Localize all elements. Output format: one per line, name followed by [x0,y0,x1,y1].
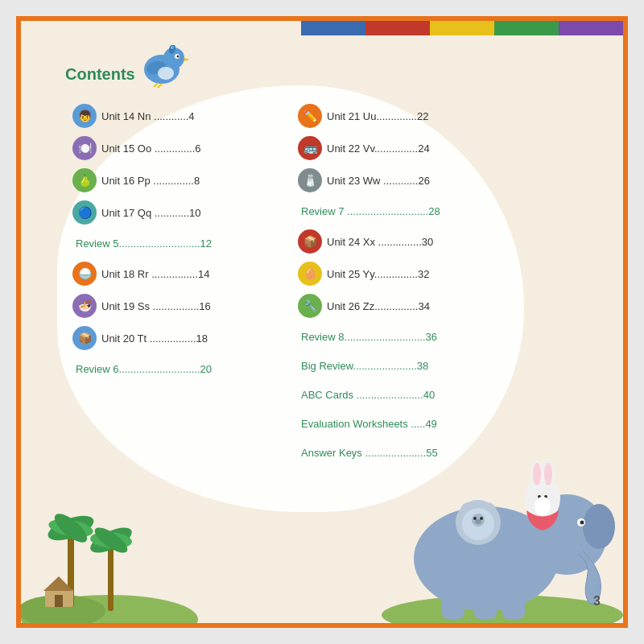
contents-label: Contents [65,65,135,84]
review-label-left-4: Review 5............................12 [76,237,212,250]
page-content: Contents 👦Unit 14 Nn ............4🍽️Unit… [21,21,623,623]
svg-point-40 [475,519,481,524]
left-column: 👦Unit 14 Nn ............4🍽️Unit 15 Oo ..… [69,101,295,465]
svg-point-3 [177,56,180,58]
right-entry-0: ✏️Unit 21 Uu..............22 [295,101,520,130]
unit-label-left-6: Unit 19 Ss ................16 [101,300,211,312]
unit-icon-right-1: 🚌 [298,136,322,160]
left-entry-0: 👦Unit 14 Nn ............4 [69,101,295,130]
unit-icon-left-6: 🍜 [72,294,97,318]
left-entry-1: 🍽️Unit 15 Oo ..............6 [69,134,295,163]
review-label-right-7: Review 8............................36 [301,331,437,343]
svg-rect-32 [502,595,525,619]
unit-label-right-6: Unit 26 Zz...............34 [327,300,430,312]
left-entry-8: Review 6............................20 [69,356,295,382]
bird-icon [134,45,190,89]
svg-point-27 [583,504,615,549]
svg-point-29 [580,521,584,525]
left-entry-3: 🔵Unit 17 Qq ............10 [69,198,295,227]
svg-rect-31 [474,595,497,619]
svg-point-10 [171,46,174,49]
unit-label-right-4: Unit 24 Xx ...............30 [327,236,433,248]
svg-point-38 [473,517,477,520]
left-entry-6: 🍜Unit 19 Ss ................16 [69,291,295,320]
animals-area [382,382,623,623]
unit-label-left-1: Unit 15 Oo ..............6 [101,142,201,155]
left-entry-5: 🍚Unit 18 Rr ................14 [69,259,295,288]
unit-label-right-1: Unit 22 Vv...............24 [327,142,430,155]
review-label-right-3: Review 7 ............................28 [301,205,440,217]
unit-icon-left-2: 🍐 [72,168,97,192]
right-entry-4: 📦Unit 24 Xx ...............30 [295,227,520,256]
right-entry-3: Review 7 ............................28 [295,198,520,224]
page-container: Contents 👦Unit 14 Nn ............4🍽️Unit… [16,16,628,628]
left-entry-2: 🍐Unit 16 Pp ..............8 [69,166,295,195]
unit-icon-left-5: 🍚 [72,262,97,286]
svg-marker-4 [184,58,190,61]
review-label-left-8: Review 6............................20 [76,363,212,375]
unit-icon-left-1: 🍽️ [72,136,97,160]
unit-icon-right-2: 🧂 [298,168,322,192]
unit-label-left-5: Unit 18 Rr ................14 [101,268,209,280]
unit-label-left-7: Unit 20 Tt ................18 [101,332,208,345]
svg-line-8 [158,84,162,88]
unit-icon-right-5: 🥚 [298,262,322,286]
unit-icon-left-3: 🔵 [72,200,97,225]
unit-label-right-2: Unit 23 Ww ............26 [327,175,430,187]
svg-rect-30 [442,595,464,619]
unit-label-left-0: Unit 14 Nn ............4 [101,110,195,122]
palms-area [21,462,198,623]
unit-icon-left-0: 👦 [72,104,97,128]
unit-icon-left-7: 📦 [72,326,97,350]
unit-label-right-5: Unit 25 Yy...............32 [327,268,429,280]
svg-point-45 [544,463,552,485]
unit-icon-right-4: 📦 [298,229,322,254]
unit-icon-right-0: ✏️ [298,104,322,128]
left-entry-7: 📦Unit 20 Tt ................18 [69,324,295,353]
right-entry-5: 🥚Unit 25 Yy...............32 [295,259,520,288]
svg-line-7 [154,83,158,87]
svg-point-6 [158,67,174,80]
unit-label-right-0: Unit 21 Uu..............22 [327,110,428,122]
right-entry-8: Big Review......................38 [295,353,520,378]
left-entry-4: Review 5............................12 [69,230,295,256]
page-number: 3 [593,594,601,609]
review-label-right-8: Big Review......................38 [301,360,428,372]
svg-rect-23 [55,595,63,607]
svg-point-44 [533,463,541,485]
unit-icon-right-6: 🔧 [298,294,322,318]
svg-point-49 [535,497,551,516]
unit-label-left-2: Unit 16 Pp ..............8 [101,175,200,187]
right-entry-7: Review 8............................36 [295,324,520,349]
unit-label-left-3: Unit 17 Qq ............10 [101,207,201,219]
right-entry-1: 🚌Unit 22 Vv...............24 [295,134,520,163]
right-entry-6: 🔧Unit 26 Zz...............34 [295,291,520,320]
right-entry-2: 🧂Unit 23 Ww ............26 [295,166,520,195]
svg-point-39 [480,517,483,520]
